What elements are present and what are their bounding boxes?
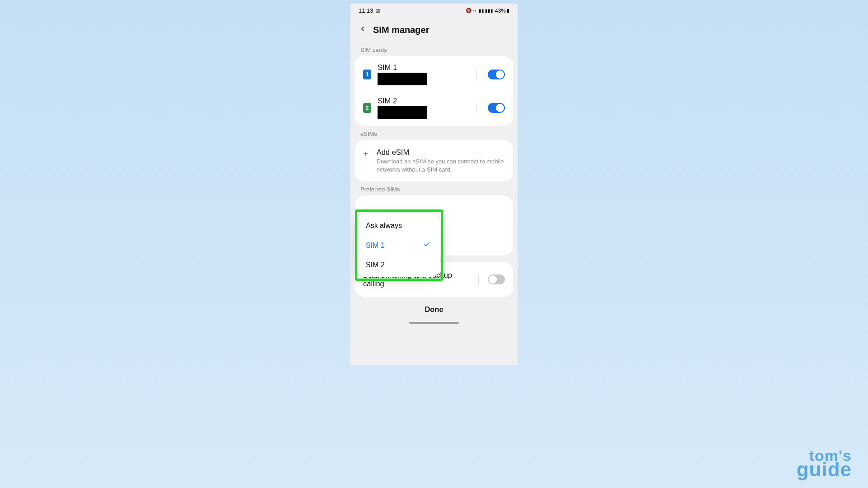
sim-badge-2: 2 [363,103,371,113]
divider [476,102,477,113]
sim-info-1: SIM 1 [378,63,470,85]
home-indicator[interactable] [409,322,459,324]
plus-icon: + [363,149,369,159]
status-bar: 11:13 ▧ 🔇 ᯤ ▮▮ ▮▮▮ 43% ▮ [350,4,518,16]
wifi-icon: ᯤ [473,8,478,14]
signal-icon-1: ▮▮ [479,8,484,13]
status-left: 11:13 ▧ [359,7,380,14]
sim-badge-1: 1 [363,70,371,79]
add-esim-desc: Download an eSIM so you can connect to m… [377,158,505,173]
sim-name-1: SIM 1 [378,63,470,72]
sim-2-toggle[interactable] [488,103,505,113]
popup-item-ask-always[interactable]: Ask always [357,216,440,235]
data-switching-toggle[interactable] [488,274,505,284]
mute-icon: 🔇 [466,8,472,14]
sim-cards-section-label: SIM cards [350,42,518,56]
phone-screenshot: 11:13 ▧ 🔇 ᯤ ▮▮ ▮▮▮ 43% ▮ SIM manager SIM… [350,4,518,365]
sim-cards-card: 1 SIM 1 2 SIM 2 [355,56,513,126]
status-time: 11:13 [359,7,373,14]
battery-text: 43% [495,8,506,14]
popup-item-label: SIM 1 [366,242,385,250]
sim-info-2: SIM 2 [378,97,470,119]
status-right: 🔇 ᯤ ▮▮ ▮▮▮ 43% ▮ [466,8,509,14]
add-esim-title: Add eSIM [377,148,505,157]
app-header: SIM manager [350,16,518,42]
esim-text: Add eSIM Download an eSIM so you can con… [377,148,505,173]
back-button[interactable] [359,24,367,36]
divider [476,69,477,80]
add-esim-row[interactable]: + Add eSIM Download an eSIM so you can c… [355,142,513,180]
sim-name-2: SIM 2 [378,97,470,105]
page-title: SIM manager [373,25,429,35]
sim-select-popup: Ask always SIM 1 SIM 2 [357,214,440,277]
watermark-logo: tom's guide [797,450,852,477]
check-icon [422,241,431,250]
preferred-sims-section-label: Preferred SIMs [350,181,518,195]
popup-item-label: Ask always [366,222,402,230]
sim-1-toggle[interactable] [488,70,505,79]
esims-section-label: eSIMs [350,126,518,140]
popup-item-sim1[interactable]: SIM 1 [357,235,440,256]
popup-item-sim2[interactable]: SIM 2 [357,256,440,274]
popup-item-label: SIM 2 [366,261,385,269]
done-button[interactable]: Done [350,297,518,322]
sim-row-1[interactable]: 1 SIM 1 [359,58,509,91]
battery-icon: ▮ [507,8,509,14]
sim-row-2[interactable]: 2 SIM 2 [355,91,513,124]
esim-card: + Add eSIM Download an eSIM so you can c… [355,140,513,181]
watermark-line2: guide [797,462,852,477]
gallery-icon: ▧ [375,8,380,14]
sim-number-redacted-1 [378,73,427,85]
divider [478,274,479,285]
sim-number-redacted-2 [378,106,427,119]
signal-icon-2: ▮▮▮ [485,8,493,13]
